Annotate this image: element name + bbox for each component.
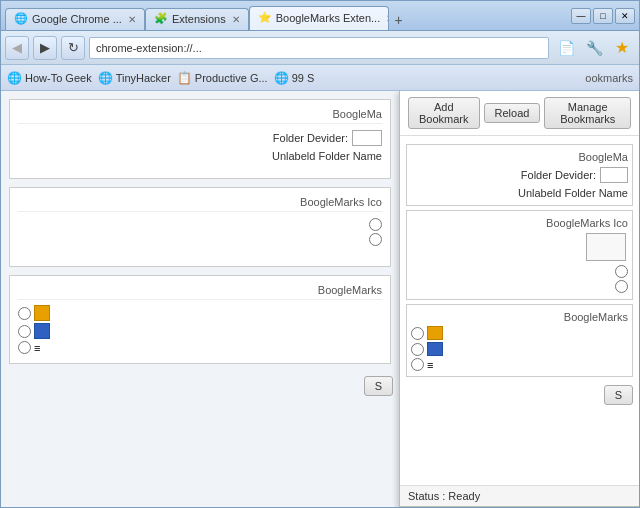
popup-radio-group [411, 263, 628, 295]
save-button[interactable]: S [364, 376, 393, 396]
tab-extensions-close[interactable]: ✕ [232, 14, 240, 25]
page-content: BoogleMa Folder Devider: Unlabeld Folder… [1, 91, 399, 507]
popup-radio-1 [615, 265, 628, 278]
popup-radio-style-2[interactable] [411, 343, 424, 356]
popup-radio-2 [615, 280, 628, 293]
page-panel-1-title: BoogleMa [18, 108, 382, 124]
icon-radio-group [18, 216, 382, 248]
bookmark-99s[interactable]: 🌐 99 S [274, 71, 315, 85]
tools-icon: 🔧 [586, 40, 603, 56]
navigation-bar: ◀ ▶ ↻ chrome-extension://... 📄 🔧 ★ [1, 31, 639, 65]
bookmark-how-to-geek[interactable]: 🌐 How-To Geek [7, 71, 92, 85]
popup-section-3: BoogleMarks ≡ [406, 304, 633, 377]
bookmarks-more-label: ookmarks [585, 72, 633, 84]
tab-booglemarks[interactable]: ⭐ BoogleMarks Exten... ✕ [249, 6, 389, 30]
page-panel-3: BoogleMarks ≡ [9, 275, 391, 364]
popup-bmark-icon-blue-1 [427, 342, 443, 356]
tab-chrome[interactable]: 🌐 Google Chrome ... ✕ [5, 8, 145, 30]
back-icon: ◀ [12, 40, 22, 55]
page-panel-3-title: BoogleMarks [18, 284, 382, 300]
tab-extensions-label: Extensions [172, 13, 226, 25]
page-panel-1: BoogleMa Folder Devider: Unlabeld Folder… [9, 99, 391, 179]
bookmark-productive-icon: 📋 [177, 71, 192, 85]
tab-strip: 🌐 Google Chrome ... ✕ 🧩 Extensions ✕ ⭐ B… [5, 2, 571, 30]
back-button[interactable]: ◀ [5, 36, 29, 60]
tools-button[interactable]: 🔧 [581, 36, 607, 60]
bookmarks-more[interactable]: ookmarks [585, 72, 633, 84]
forward-icon: ▶ [40, 40, 50, 55]
radio-style-1[interactable] [18, 307, 31, 320]
popup-unlabeled-label: Unlabeld Folder Name [518, 187, 628, 199]
popup-section-1-title: BoogleMa [411, 149, 628, 165]
bookmark-productive[interactable]: 📋 Productive G... [177, 71, 268, 85]
manage-bookmarks-button[interactable]: Manage Bookmarks [544, 97, 631, 129]
folder-divider-input[interactable] [352, 130, 382, 146]
browser-window: 🌐 Google Chrome ... ✕ 🧩 Extensions ✕ ⭐ B… [0, 0, 640, 508]
tab-chrome-label: Google Chrome ... [32, 13, 122, 25]
page-field-divider: Folder Devider: [18, 128, 382, 148]
popup-save-row: S [400, 381, 639, 409]
bookmark-how-to-geek-icon: 🌐 [7, 71, 22, 85]
close-button[interactable]: ✕ [615, 8, 635, 24]
folder-divider-label: Folder Devider: [273, 132, 348, 144]
popup-section-2-title: BoogleMarks Ico [411, 215, 628, 231]
popup-unlabeled-row: Unlabeld Folder Name [411, 185, 628, 201]
popup-bmark-text: ≡ [427, 359, 433, 371]
popup-radio-icon-2[interactable] [615, 280, 628, 293]
popup-radio-style-1[interactable] [411, 327, 424, 340]
tab-chrome-close[interactable]: ✕ [128, 14, 136, 25]
popup-bmark-icon-gold-1 [427, 326, 443, 340]
reload-button-popup[interactable]: Reload [484, 103, 541, 123]
popup-toolbar: Add Bookmark Reload Manage Bookmarks [400, 91, 639, 136]
popup-section-1: BoogleMa Folder Devider: Unlabeld Folder… [406, 144, 633, 206]
bookmark-tinyhacker-icon: 🌐 [98, 71, 113, 85]
tab-booglemarks-icon: ⭐ [258, 11, 272, 25]
reload-icon: ↻ [68, 40, 79, 55]
minimize-icon: — [577, 11, 586, 21]
forward-button[interactable]: ▶ [33, 36, 57, 60]
popup-section-3-title: BoogleMarks [411, 309, 628, 325]
address-bar[interactable]: chrome-extension://... [89, 37, 549, 59]
popup-content: BoogleMa Folder Devider: Unlabeld Folder… [400, 136, 639, 485]
tab-booglemarks-close[interactable]: ✕ [386, 13, 388, 24]
unlabeled-folder-label: Unlabeld Folder Name [272, 150, 382, 162]
star-button[interactable]: ★ [609, 36, 635, 60]
popup-radio-style-3[interactable] [411, 358, 424, 371]
page-button[interactable]: 📄 [553, 36, 579, 60]
reload-button[interactable]: ↻ [61, 36, 85, 60]
page-field-unlabeled: Unlabeld Folder Name [18, 148, 382, 164]
extension-popup: Add Bookmark Reload Manage Bookmarks Boo… [399, 91, 639, 507]
new-tab-button[interactable]: + [389, 10, 409, 30]
radio-style-2[interactable] [18, 325, 31, 338]
bookmark-tinyhacker-label: TinyHacker [116, 72, 171, 84]
add-bookmark-button[interactable]: Add Bookmark [408, 97, 480, 129]
maximize-button[interactable]: □ [593, 8, 613, 24]
main-area: BoogleMa Folder Devider: Unlabeld Folder… [1, 91, 639, 507]
bmark-icon-blue-1 [34, 323, 50, 339]
window-controls: — □ ✕ [571, 8, 635, 24]
star-icon: ★ [615, 38, 629, 57]
popup-radio-icon-1[interactable] [615, 265, 628, 278]
radio-row-1 [369, 218, 382, 231]
popup-folder-divider-input[interactable] [600, 167, 628, 183]
radio-icon-2[interactable] [369, 233, 382, 246]
icon-preview-box [586, 233, 626, 261]
radio-style-3[interactable] [18, 341, 31, 354]
maximize-icon: □ [600, 11, 605, 21]
tab-extensions[interactable]: 🧩 Extensions ✕ [145, 8, 249, 30]
tab-chrome-icon: 🌐 [14, 12, 28, 26]
save-row: S [1, 372, 399, 400]
bookmark-tinyhacker[interactable]: 🌐 TinyHacker [98, 71, 171, 85]
bookmark-productive-label: Productive G... [195, 72, 268, 84]
radio-icon-1[interactable] [369, 218, 382, 231]
tab-extensions-icon: 🧩 [154, 12, 168, 26]
popup-bmark-row-3: ≡ [411, 357, 628, 372]
popup-folder-divider-label: Folder Devider: [521, 169, 596, 181]
page-panel-2-title: BoogleMarks Ico [18, 196, 382, 212]
popup-save-button[interactable]: S [604, 385, 633, 405]
bookmark-99s-icon: 🌐 [274, 71, 289, 85]
minimize-button[interactable]: — [571, 8, 591, 24]
tab-booglemarks-label: BoogleMarks Exten... [276, 12, 381, 24]
bookmark-99s-label: 99 S [292, 72, 315, 84]
popup-bmark-row-2 [411, 341, 628, 357]
